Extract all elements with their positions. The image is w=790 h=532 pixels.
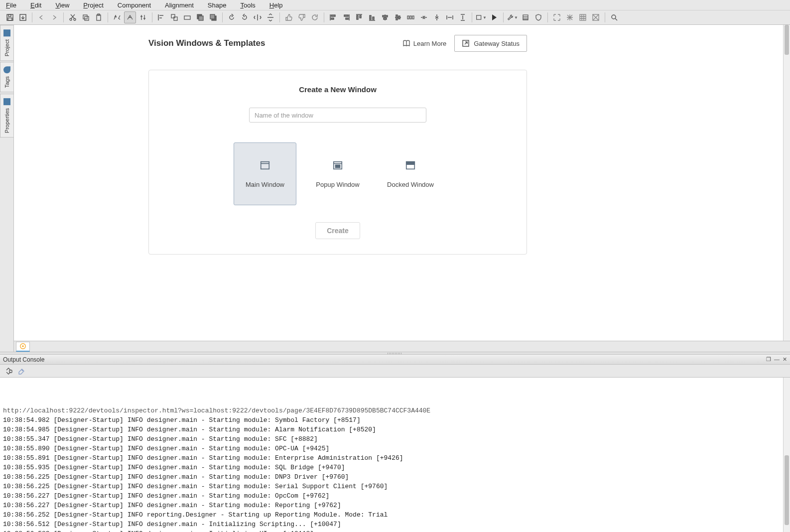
- menu-project[interactable]: Project: [83, 1, 103, 9]
- console-title: Output Console: [3, 356, 44, 363]
- ungroup-icon[interactable]: [181, 11, 193, 23]
- toolbar-separator: [32, 12, 32, 22]
- menu-help[interactable]: Help: [269, 1, 283, 9]
- center-v-icon[interactable]: [431, 11, 443, 23]
- toolbar-separator: [108, 12, 108, 22]
- align-center-h-icon[interactable]: [379, 11, 391, 23]
- create-button[interactable]: Create: [315, 222, 360, 239]
- group-icon[interactable]: [168, 11, 180, 23]
- cut-icon[interactable]: [67, 11, 79, 23]
- rotate-left-icon[interactable]: [226, 11, 238, 23]
- workspace: Vision Windows & Templates Learn More Ga…: [14, 25, 790, 352]
- console-line: 10:38:56.227 [Designer-Startup] INFO des…: [3, 501, 787, 510]
- save-all-icon[interactable]: [17, 11, 29, 23]
- console-scroll-lock-icon[interactable]: [4, 367, 13, 376]
- align-top-edge-icon[interactable]: [353, 11, 365, 23]
- sidebar-tab-project[interactable]: Project: [0, 25, 13, 61]
- toolbar-separator: [503, 12, 504, 22]
- align-left-icon[interactable]: [155, 11, 167, 23]
- sidebar-tab-properties[interactable]: Properties: [0, 94, 13, 137]
- svg-rect-21: [357, 15, 358, 19]
- same-width-icon[interactable]: [444, 11, 456, 23]
- window-type-main[interactable]: Main Window: [234, 142, 296, 205]
- popup-window-icon: [332, 160, 343, 171]
- grid-icon[interactable]: [577, 11, 589, 23]
- svg-rect-18: [331, 18, 334, 19]
- readwrite-mode-icon[interactable]: [124, 11, 136, 23]
- learn-more-link[interactable]: Learn More: [402, 39, 446, 47]
- thumb-up-icon[interactable]: [283, 11, 295, 23]
- menu-alignment[interactable]: Alignment: [165, 1, 194, 9]
- window-type-docked[interactable]: Docked Window: [379, 142, 442, 205]
- console-restore-icon[interactable]: ❐: [766, 356, 771, 363]
- console-line: http://localhost:9222/devtools/inspector…: [3, 406, 787, 415]
- align-center-v-icon[interactable]: [392, 11, 404, 23]
- comm-mode-icon[interactable]: [137, 11, 149, 23]
- svg-rect-42: [406, 161, 415, 164]
- paste-icon[interactable]: [93, 11, 105, 23]
- guides-icon[interactable]: [590, 11, 602, 23]
- sidebar-tab-tags[interactable]: Tags: [0, 62, 13, 92]
- flip-v-icon[interactable]: [264, 11, 276, 23]
- stack-back-icon[interactable]: [207, 11, 219, 23]
- console-close-icon[interactable]: ✕: [783, 356, 787, 363]
- console-line: 10:38:55.935 [Designer-Startup] INFO des…: [3, 463, 787, 472]
- shield-icon[interactable]: [532, 11, 544, 23]
- svg-rect-22: [360, 15, 361, 18]
- window-type-popup[interactable]: Popup Window: [306, 142, 369, 205]
- menu-component[interactable]: Component: [118, 1, 151, 9]
- zoom-icon[interactable]: [608, 11, 620, 23]
- gateway-status-button[interactable]: Gateway Status: [454, 35, 527, 52]
- menu-edit[interactable]: Edit: [30, 1, 41, 9]
- read-mode-icon[interactable]: [111, 11, 123, 23]
- console-scrollbar[interactable]: [783, 378, 790, 532]
- play-icon[interactable]: [488, 11, 500, 23]
- db-icon[interactable]: [520, 11, 531, 23]
- align-bottom-edge-icon[interactable]: [366, 11, 378, 23]
- workspace-scrollbar[interactable]: [783, 25, 790, 341]
- snap-icon[interactable]: [564, 11, 576, 23]
- expand-icon[interactable]: [551, 11, 563, 23]
- flip-h-icon[interactable]: [252, 11, 263, 23]
- console-clear-icon[interactable]: [17, 367, 26, 376]
- main-window-icon: [260, 160, 270, 171]
- thumb-down-icon[interactable]: [296, 11, 308, 23]
- menu-tools[interactable]: Tools: [240, 1, 255, 9]
- svg-rect-38: [261, 161, 269, 169]
- undo-icon[interactable]: [35, 11, 47, 23]
- output-console-panel: Output Console ❐ — ✕ http://localhost:92…: [0, 355, 790, 532]
- stack-icon[interactable]: [194, 11, 206, 23]
- save-icon[interactable]: [4, 11, 16, 23]
- align-right-edge-icon[interactable]: [340, 11, 352, 23]
- svg-rect-7: [85, 16, 89, 20]
- left-rail: Project Tags Properties: [0, 25, 14, 352]
- menu-shape[interactable]: Shape: [208, 1, 227, 9]
- toolbar-separator: [547, 12, 548, 22]
- svg-rect-10: [171, 14, 175, 18]
- window-name-input[interactable]: [249, 108, 426, 123]
- refresh-icon[interactable]: [309, 11, 321, 23]
- menu-view[interactable]: View: [55, 1, 69, 9]
- book-icon: [402, 39, 410, 47]
- tool-dropdown[interactable]: ▼: [507, 11, 519, 23]
- console-output[interactable]: http://localhost:9222/devtools/inspector…: [0, 378, 790, 532]
- center-h-icon[interactable]: [418, 11, 430, 23]
- shape-dropdown[interactable]: ▼: [475, 11, 487, 23]
- svg-rect-11: [174, 17, 177, 20]
- menu-file[interactable]: File: [6, 1, 16, 9]
- copy-icon[interactable]: [80, 11, 92, 23]
- same-height-icon[interactable]: [457, 11, 469, 23]
- toolbar-separator: [279, 12, 280, 22]
- svg-point-4: [70, 18, 72, 20]
- align-left-edge-icon[interactable]: [327, 11, 339, 23]
- svg-rect-20: [346, 18, 348, 19]
- console-line: 10:38:54.985 [Designer-Startup] INFO des…: [3, 425, 787, 434]
- distribute-h-icon[interactable]: [405, 11, 417, 23]
- workspace-tab-home[interactable]: [16, 342, 30, 352]
- project-icon: [3, 29, 10, 36]
- console-minimize-icon[interactable]: —: [774, 356, 780, 363]
- rotate-right-icon[interactable]: [239, 11, 251, 23]
- toolbar: ▼ ▼: [0, 10, 790, 25]
- workspace-tab-bar: [14, 341, 790, 352]
- redo-icon[interactable]: [48, 11, 60, 23]
